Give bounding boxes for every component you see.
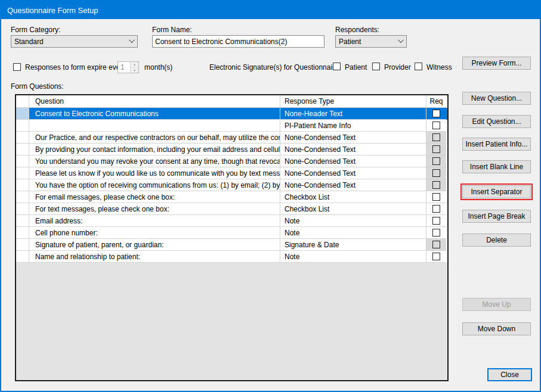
row-selector[interactable] <box>16 144 29 155</box>
form-name-input[interactable]: Consent to Electronic Communications(2) <box>152 35 324 48</box>
respondents-select[interactable]: Patient <box>335 35 407 48</box>
response-type-cell: None-Condensed Text <box>280 144 426 155</box>
req-column-header[interactable]: Req <box>426 95 446 108</box>
esig-witness-checkbox[interactable] <box>415 63 422 70</box>
esig-provider-label: Provider <box>384 63 411 71</box>
table-row[interactable]: Email address:Note <box>16 215 447 227</box>
edit-question-button[interactable]: Edit Question... <box>462 115 531 128</box>
question-column-header[interactable]: Question <box>29 95 280 108</box>
req-cell <box>426 251 446 263</box>
esig-witness-label: Witness <box>426 63 452 71</box>
form-category-label: Form Category: <box>11 26 60 34</box>
req-cell <box>426 144 446 155</box>
row-selector[interactable] <box>16 251 29 263</box>
stepper-down-icon[interactable]: ▼ <box>131 68 138 73</box>
insert-patient-info-button[interactable]: Insert Patient Info... <box>462 138 531 151</box>
form-name-value: Consent to Electronic Communications(2) <box>155 38 287 46</box>
expire-checkbox[interactable] <box>13 63 21 71</box>
row-selector-header <box>16 95 29 108</box>
req-checkbox[interactable] <box>432 229 440 237</box>
table-row[interactable]: Please let us know if you would like us … <box>16 167 447 179</box>
esig-patient-checkbox[interactable] <box>333 63 341 70</box>
table-row[interactable]: Cell phone number:Note <box>16 227 447 239</box>
delete-button[interactable]: Delete <box>462 234 531 247</box>
stepper-up-icon[interactable]: ▲ <box>131 62 138 68</box>
req-cell <box>426 227 446 239</box>
response-type-cell: Checkbox List <box>280 203 426 215</box>
question-cell: Email address: <box>29 215 280 227</box>
table-row[interactable]: PI-Patient Name Info <box>16 120 447 132</box>
form-category-select[interactable]: Standard <box>11 35 138 48</box>
table-row[interactable]: You have the option of receiving communi… <box>16 179 447 191</box>
req-cell <box>426 191 446 203</box>
req-cell <box>426 239 446 251</box>
req-checkbox[interactable] <box>432 217 440 225</box>
table-row[interactable]: You understand you may revoke your conse… <box>16 155 447 167</box>
req-checkbox[interactable] <box>432 193 440 201</box>
table-row[interactable]: Our Practice, and our respective contrac… <box>16 132 447 144</box>
req-cell <box>426 215 446 227</box>
row-selector[interactable] <box>16 167 29 179</box>
new-question-button[interactable]: New Question... <box>462 92 531 105</box>
table-row[interactable]: For text messages, please check one box:… <box>16 203 447 215</box>
question-cell: Consent to Electronic Communications <box>29 108 280 120</box>
question-cell: Please let us know if you would like us … <box>29 167 280 179</box>
response-type-cell: PI-Patient Name Info <box>280 120 426 132</box>
form-questions-label: Form Questions: <box>11 82 64 91</box>
close-button[interactable]: Close <box>487 368 532 381</box>
table-row[interactable]: Consent to Electronic CommunicationsNone… <box>16 108 447 120</box>
questions-table[interactable]: Question Response Type Req Consent to El… <box>15 94 449 381</box>
expire-months-value: 1 <box>118 62 130 73</box>
insert-blank-line-button[interactable]: Insert Blank Line <box>462 160 531 173</box>
move-down-button[interactable]: Move Down <box>462 322 531 335</box>
row-selector[interactable] <box>16 155 29 167</box>
row-selector[interactable] <box>16 215 29 227</box>
response-type-column-header[interactable]: Response Type <box>280 95 426 108</box>
table-row[interactable]: For email messages, please check one box… <box>16 191 447 203</box>
table-row[interactable]: Signature of patient, parent, or guardia… <box>16 239 447 251</box>
req-checkbox <box>432 133 440 141</box>
form-category-value: Standard <box>14 38 44 46</box>
question-cell: By providing your contact information, i… <box>29 144 280 155</box>
row-selector[interactable] <box>16 132 29 144</box>
question-cell: For text messages, please check one box: <box>29 203 280 215</box>
question-cell: You understand you may revoke your conse… <box>29 155 280 167</box>
row-selector[interactable] <box>16 108 29 120</box>
insert-page-break-button[interactable]: Insert Page Break <box>462 210 531 223</box>
req-checkbox <box>432 241 440 248</box>
response-type-cell: Note <box>280 215 426 227</box>
table-row[interactable]: By providing your contact information, i… <box>16 144 447 155</box>
response-type-cell: None-Condensed Text <box>280 167 426 179</box>
esignature-label: Electronic Signature(s) for Questionnair… <box>209 63 341 71</box>
title-bar[interactable]: Questionnaire Form Setup <box>1 1 540 19</box>
row-selector[interactable] <box>16 203 29 215</box>
row-selector[interactable] <box>16 239 29 251</box>
preview-form-button[interactable]: Preview Form... <box>462 57 531 70</box>
row-selector[interactable] <box>16 120 29 132</box>
req-checkbox[interactable] <box>432 110 440 117</box>
row-selector[interactable] <box>16 227 29 239</box>
response-type-cell: None-Header Text <box>280 108 426 120</box>
row-selector[interactable] <box>16 191 29 203</box>
expire-label: Responses to form expire every <box>25 63 126 71</box>
req-checkbox <box>432 169 440 177</box>
expire-months-stepper[interactable]: 1 ▲ ▼ <box>118 61 139 73</box>
insert-separator-button[interactable]: Insert Separator <box>462 185 531 198</box>
question-cell: Name and relationship to patient: <box>29 251 280 263</box>
req-checkbox <box>432 181 440 189</box>
req-cell <box>426 120 446 132</box>
stepper-buttons[interactable]: ▲ ▼ <box>130 62 138 73</box>
req-cell <box>426 132 446 144</box>
req-checkbox[interactable] <box>432 122 440 129</box>
questionnaire-form-setup-dialog: Questionnaire Form Setup Form Category: … <box>0 0 541 392</box>
table-row[interactable]: Name and relationship to patient:Note <box>16 251 447 263</box>
req-cell <box>426 155 446 167</box>
req-checkbox[interactable] <box>432 253 440 260</box>
question-cell: Signature of patient, parent, or guardia… <box>29 239 280 251</box>
response-type-cell: None-Condensed Text <box>280 132 426 144</box>
req-checkbox[interactable] <box>432 205 440 213</box>
question-cell <box>29 120 280 132</box>
esig-provider-checkbox[interactable] <box>372 63 380 70</box>
row-selector[interactable] <box>16 179 29 191</box>
req-cell <box>426 179 446 191</box>
